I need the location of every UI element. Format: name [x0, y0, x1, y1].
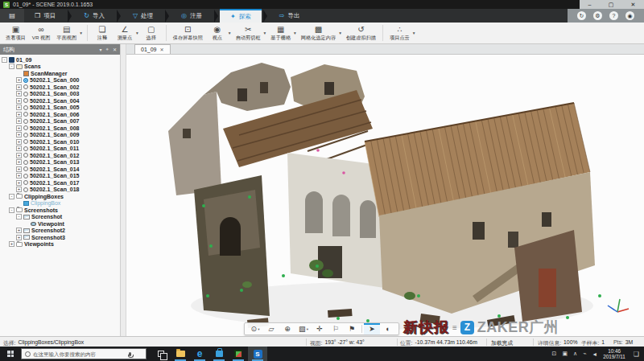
expander-icon[interactable]: -: [16, 214, 22, 219]
auto-clipping-box-button[interactable]: ✂自动剪切框▾: [233, 24, 267, 43]
tree-item-scans[interactable]: -Scans: [0, 64, 120, 71]
tree-item-screenshot[interactable]: -Screenshot: [0, 214, 120, 221]
expander-icon[interactable]: -: [2, 57, 7, 63]
expander-icon[interactable]: +: [16, 166, 22, 172]
tab-process[interactable]: ▽处理: [122, 9, 163, 23]
3d-view[interactable]: ⊙▾▱⊕▧▾✛⚐⚑➤◐ 新快报 ≡ Z ZAKER广州: [126, 55, 644, 336]
expander-icon[interactable]: +: [16, 125, 22, 131]
action-center-icon[interactable]: ❏: [631, 351, 642, 358]
expander-icon[interactable]: +: [16, 98, 22, 104]
tree-item-50202-1-scan-000[interactable]: +50202.1_Scan_000: [0, 77, 120, 84]
tree-item-clippingbox[interactable]: ClippingBox: [0, 200, 120, 207]
project-point-cloud-button[interactable]: ∴项目点云▾: [387, 24, 416, 43]
expander-icon[interactable]: +: [16, 132, 22, 137]
view-cube-icon[interactable]: ▧▾: [295, 323, 312, 334]
tree-item-01-09[interactable]: -01_09: [0, 56, 120, 64]
camera-icon[interactable]: ◉: [625, 11, 634, 20]
close-button[interactable]: ✕: [631, 2, 636, 8]
expander-icon[interactable]: +: [16, 180, 22, 186]
tree-item-50202-1-scan-005[interactable]: +50202.1_Scan_005: [0, 105, 120, 112]
fly-mode-icon[interactable]: ➤: [364, 323, 380, 334]
tree-item-50202-1-scan-008[interactable]: +50202.1_Scan_008: [0, 125, 120, 132]
expander-icon[interactable]: +: [16, 118, 22, 124]
expander-icon[interactable]: +: [16, 139, 22, 145]
measure-horizontal-icon[interactable]: ⚐: [328, 323, 344, 334]
mesh-selection-button[interactable]: ▩网格化选定内容▾: [299, 24, 342, 43]
ime-app-button[interactable]: [229, 347, 248, 361]
view-project-button[interactable]: ▣查看项目: [3, 24, 28, 43]
tray-icon-1[interactable]: ⊡: [552, 351, 557, 357]
contrast-icon[interactable]: ◐: [380, 323, 396, 334]
examine-mode-icon[interactable]: ⊙▾: [247, 323, 263, 334]
expander-icon[interactable]: +: [16, 159, 22, 165]
create-virtual-scan-button[interactable]: ↺创建虚拟扫描: [344, 24, 378, 43]
taskbar-search-box[interactable]: [21, 348, 147, 359]
tree-item-50202-1-scan-009[interactable]: +50202.1_Scan_009: [0, 132, 120, 139]
tree-item-50202-1-scan-018[interactable]: +50202.1_Scan_018: [0, 187, 120, 194]
help-icon[interactable]: ?: [609, 11, 618, 20]
tree-item-clippingboxes[interactable]: -ClippingBoxes: [0, 193, 120, 200]
annotation-button[interactable]: ❏注释: [92, 24, 113, 43]
plan-view-button[interactable]: ▤平面视图▾: [54, 24, 83, 43]
tray-icon-2[interactable]: ▣: [562, 351, 568, 357]
tree-item-50202-1-scan-011[interactable]: +50202.1_Scan_011: [0, 146, 120, 153]
tray-expand-icon[interactable]: ∧: [573, 351, 577, 357]
selection-button[interactable]: ▢选择: [141, 24, 162, 43]
tree-item-viewpoints[interactable]: +Viewpoints: [0, 241, 120, 248]
dropdown-arrow-icon[interactable]: ▾: [136, 31, 138, 35]
tree-item-screenshots[interactable]: -Screenshots: [0, 207, 120, 214]
move-icon[interactable]: ✛: [312, 323, 328, 334]
tree-item-screenshot2[interactable]: +Screenshot2: [0, 228, 120, 235]
store-button[interactable]: [209, 347, 229, 361]
tree-item-50202-1-scan-004[interactable]: +50202.1_Scan_004: [0, 97, 120, 105]
expander-icon[interactable]: +: [16, 84, 22, 90]
tree-item-50202-1-scan-007[interactable]: +50202.1_Scan_007: [0, 118, 120, 125]
backstage-button[interactable]: ▤: [0, 9, 24, 23]
measure-button[interactable]: ∠测量点▾: [114, 24, 139, 43]
expander-icon[interactable]: +: [16, 187, 22, 192]
expander-icon[interactable]: +: [16, 235, 22, 240]
tree-item-50202-1-scan-010[interactable]: +50202.1_Scan_010: [0, 138, 120, 146]
tab-import[interactable]: ↻导入: [73, 9, 115, 23]
tree-item-50202-1-scan-013[interactable]: +50202.1_Scan_013: [0, 159, 120, 166]
close-icon[interactable]: ✕: [113, 47, 117, 52]
zoom-icon[interactable]: ⊕: [279, 323, 295, 334]
tree-item-50202-1-scan-015[interactable]: +50202.1_Scan_015: [0, 173, 120, 180]
expander-icon[interactable]: +: [16, 105, 22, 110]
viewpoint-button[interactable]: ◉视点▾: [207, 24, 232, 43]
tab-explore[interactable]: ✦探索: [220, 9, 262, 23]
dropdown-arrow-icon[interactable]: ▾: [339, 31, 341, 35]
file-explorer-button[interactable]: [171, 347, 190, 361]
panel-splitter[interactable]: [121, 44, 126, 336]
taskbar-clock[interactable]: 10:46 2019/7/11: [603, 348, 625, 359]
expander-icon[interactable]: +: [16, 153, 22, 158]
tree-item-50202-1-scan-014[interactable]: +50202.1_Scan_014: [0, 166, 120, 173]
tree-item-viewpoint[interactable]: Viewpoint: [0, 220, 120, 228]
expander-icon[interactable]: +: [16, 77, 22, 83]
dropdown-arrow-icon[interactable]: ▾: [80, 31, 82, 35]
expander-icon[interactable]: -: [9, 207, 14, 213]
search-input[interactable]: [33, 351, 126, 357]
scene-app-button[interactable]: S: [248, 347, 267, 361]
tab-register[interactable]: ◎注册: [171, 9, 213, 23]
edge-button[interactable]: e: [190, 347, 209, 361]
expander-icon[interactable]: +: [16, 228, 22, 233]
dropdown-arrow-icon[interactable]: ▾: [229, 31, 231, 35]
tree-item-50202-1-scan-003[interactable]: +50202.1_Scan_003: [0, 91, 120, 98]
settings-icon[interactable]: ⚙: [593, 11, 602, 20]
expander-icon[interactable]: +: [9, 241, 14, 247]
dropdown-arrow-icon[interactable]: ▾: [294, 31, 296, 35]
measure-vertical-icon[interactable]: ⚑: [344, 323, 360, 334]
expander-icon[interactable]: +: [16, 146, 22, 151]
pan-icon[interactable]: ▱: [263, 323, 279, 334]
expander-icon[interactable]: -: [9, 64, 14, 69]
vr-view-button[interactable]: ∞VR 视图: [30, 24, 53, 43]
tab-close-icon[interactable]: ✕: [159, 47, 163, 52]
microphone-icon[interactable]: [129, 352, 131, 356]
tree-item-50202-1-scan-002[interactable]: +50202.1_Scan_002: [0, 84, 120, 91]
expander-icon[interactable]: +: [16, 91, 22, 96]
expander-icon[interactable]: +: [16, 173, 22, 178]
tab-export[interactable]: ⇨导出: [269, 9, 311, 23]
tray-network-icon[interactable]: ⌁: [583, 351, 586, 357]
tree-item-scanmanager[interactable]: ScanManager: [0, 70, 120, 77]
